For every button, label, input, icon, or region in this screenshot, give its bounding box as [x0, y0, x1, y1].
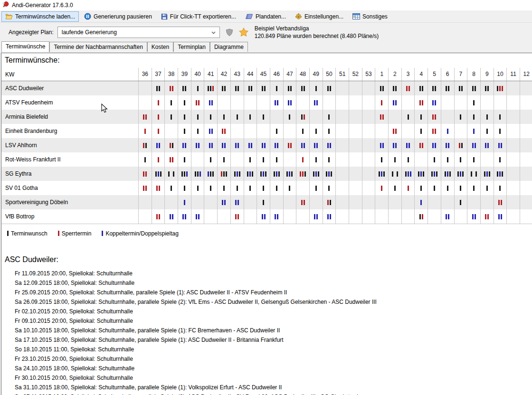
- mark-bar: [432, 129, 434, 134]
- mark-bar: [172, 86, 173, 91]
- kw-cell: [164, 138, 178, 152]
- mark-bar: [460, 200, 461, 205]
- mark-bar: [223, 157, 225, 162]
- tab-termine-der-nachbarmannschaften[interactable]: Termine der Nachbarmannschaften: [49, 42, 147, 52]
- plan-select[interactable]: laufende Generierung: [57, 27, 220, 38]
- mark-bar: [249, 186, 251, 191]
- mark-bar: [497, 86, 498, 91]
- tab-diagramme[interactable]: Diagramme: [210, 42, 248, 52]
- team-name: Arminia Bielefeld: [1, 110, 138, 124]
- mark-bar: [381, 157, 382, 162]
- mark-bar: [419, 143, 421, 148]
- mark-bar: [475, 143, 476, 148]
- kw-cell: [256, 95, 270, 110]
- star-icon[interactable]: [239, 28, 248, 37]
- mark-bar: [487, 214, 489, 219]
- mark-bar: [446, 143, 447, 148]
- team-name: Einheit Brandenburg: [1, 124, 138, 138]
- kw-header-cell: 52: [349, 68, 362, 81]
- kw-cell: [309, 81, 323, 95]
- kw-cell: [454, 124, 467, 138]
- einstellungen-button[interactable]: Einstellungen...: [291, 11, 347, 22]
- kw-cell: [480, 110, 494, 124]
- mark-bar: [212, 86, 214, 91]
- mark-bar: [276, 86, 277, 91]
- tab-kosten[interactable]: Kosten: [147, 42, 173, 52]
- mark-bar: [197, 186, 199, 191]
- mark-bar: [420, 129, 422, 134]
- kw-cell: [323, 95, 336, 110]
- mark-bar: [195, 171, 196, 177]
- mark-bar: [330, 143, 331, 148]
- kw-cell: [362, 195, 375, 209]
- mark-bar: [223, 186, 225, 191]
- kw-cell: [296, 95, 309, 110]
- kw-cell: [191, 138, 204, 152]
- kw-cell: [454, 181, 467, 195]
- kw-cell: [506, 110, 520, 124]
- mark-bar: [144, 157, 146, 162]
- kw-cell: [244, 110, 257, 124]
- table-row: SV 01 Gotha: [1, 181, 532, 195]
- kw-cell: [230, 124, 244, 138]
- tab-strip: TerminwünscheTermine der Nachbarmannscha…: [0, 41, 532, 52]
- kw-cell: [388, 209, 401, 224]
- tab-terminplan[interactable]: Terminplan: [173, 42, 210, 52]
- kw-cell: [335, 95, 349, 110]
- mark-bar: [196, 214, 197, 219]
- tab-terminwunsche[interactable]: Terminwünsche: [1, 41, 49, 52]
- mark-bar: [395, 143, 397, 148]
- kw-cell: [349, 124, 362, 138]
- kw-cell: [138, 138, 152, 152]
- schedule-line: Fr 23.10.2015 20:00, Spiellokal: Schultu…: [15, 354, 532, 364]
- export-clicktt-button[interactable]: Für Click-TT exportieren...: [157, 11, 240, 22]
- kw-cell: [375, 152, 388, 167]
- kw-cell: [467, 152, 480, 167]
- mark-bar: [408, 143, 410, 148]
- mark-bar: [473, 129, 475, 134]
- mark-bar: [408, 171, 409, 177]
- mark-bar: [235, 86, 237, 91]
- mark-bar: [143, 186, 144, 191]
- mark-bar: [159, 86, 160, 91]
- kw-cell: [414, 152, 428, 167]
- load-terminwuensche-button[interactable]: Terminwünsche laden...: [1, 11, 79, 22]
- kw-cell: [309, 110, 323, 124]
- kw-cell: [178, 81, 191, 95]
- mark-bar: [251, 143, 252, 148]
- kw-cell: [230, 209, 244, 224]
- mark-bar: [328, 157, 330, 162]
- kw-cell: [454, 209, 467, 224]
- kw-cell: [323, 167, 336, 181]
- kw-header-cell: 53: [362, 68, 375, 81]
- mark-bar: [446, 86, 447, 91]
- kw-cell: [244, 81, 257, 95]
- pause-generation-button[interactable]: Generierung pausieren: [80, 11, 156, 22]
- mark-bar: [497, 171, 498, 177]
- mark-bar: [461, 143, 463, 148]
- mark-bar: [263, 200, 264, 205]
- sonstiges-button[interactable]: Sonstiges: [349, 11, 391, 22]
- kw-cell: [388, 81, 401, 95]
- save-icon: [161, 13, 168, 20]
- kw-cell: [428, 95, 441, 110]
- kw-cell: [244, 95, 257, 110]
- detail-lines: Fr 11.09.2015 20:00, Spiellokal: Schultu…: [1, 269, 532, 395]
- kw-cell: [283, 152, 296, 167]
- legend-item: Terminwunsch: [7, 230, 48, 237]
- kw-cell: [441, 124, 454, 138]
- kw-cell: [191, 110, 204, 124]
- kw-cell: [428, 167, 441, 181]
- mark-bar: [302, 171, 304, 177]
- mark-bar: [420, 200, 422, 205]
- kw-cell: [388, 124, 401, 138]
- mark-bar: [198, 100, 200, 105]
- kw-cell: [388, 152, 401, 167]
- mark-bar: [143, 143, 144, 148]
- mark-bar: [422, 214, 423, 219]
- kw-cell: [164, 167, 178, 181]
- plandaten-button[interactable]: Plandaten...: [241, 11, 290, 22]
- kw-cell: [191, 95, 204, 110]
- shield-icon[interactable]: [225, 28, 234, 37]
- schedule-line: Sa 31.10.2015 18:00, Spiellokal: Schultu…: [15, 383, 532, 392]
